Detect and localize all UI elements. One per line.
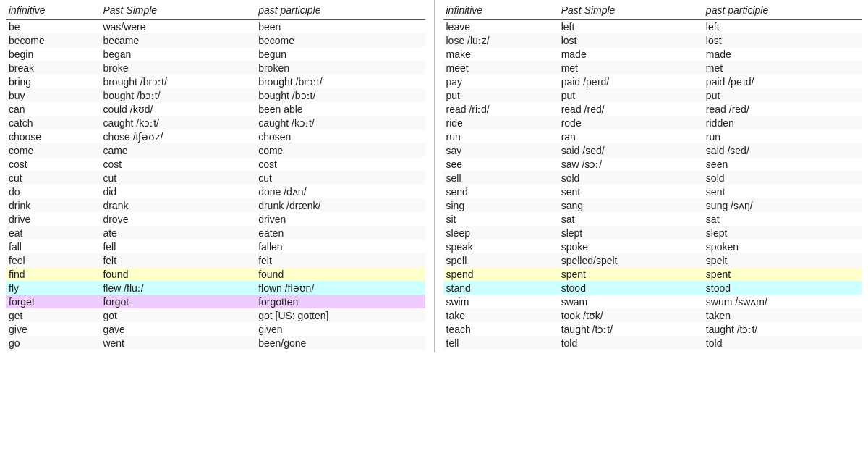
table-cell: bring [6,75,100,88]
table-cell: break [6,61,100,75]
table-cell: become [255,33,425,47]
table-cell: swim [443,295,558,308]
table-cell: left [558,20,703,34]
table-cell: drink [6,198,100,212]
table-cell: caught /kɔːt/ [255,116,425,130]
table-cell: ridden [703,116,862,130]
table-cell: said /sed/ [558,143,703,157]
table-cell: got [100,308,255,322]
table-cell: paid /peɪd/ [703,75,862,88]
table-cell: cut [100,171,255,185]
table-cell: bought /bɔːt/ [100,88,255,102]
table-cell: make [443,47,558,61]
table-cell: found [255,267,425,281]
left-table-container: infinitive Past Simple past participle b… [0,0,431,352]
table-cell: spend [443,267,558,281]
table-cell: bought /bɔːt/ [255,88,425,102]
table-cell: sent [558,185,703,198]
table-cell: put [703,88,862,102]
main-page: infinitive Past Simple past participle b… [0,0,868,352]
table-cell: ate [100,226,255,240]
table-cell: give [6,322,100,336]
table-row: flyflew /fluː/flown /fləʊn/ [6,281,425,295]
left-col3-header: past participle [255,3,425,20]
table-cell: sent [703,185,862,198]
table-cell: begin [6,47,100,61]
table-row: rideroderidden [443,116,863,130]
table-row: getgotgot [US: gotten] [6,308,425,322]
table-cell: pay [443,75,558,88]
table-cell: lose /luːz/ [443,33,558,47]
table-cell: chose /tʃəʊz/ [100,130,255,143]
right-irregular-verbs-table: infinitive Past Simple past participle l… [443,3,863,350]
table-cell: find [6,267,100,281]
table-cell: fell [100,240,255,253]
table-cell: spoke [558,240,703,253]
table-cell: rode [558,116,703,130]
table-cell: lost [703,33,862,47]
right-col3-header: past participle [703,3,862,20]
table-cell: go [6,336,100,350]
table-cell: made [558,47,703,61]
table-row: singsangsung /sʌŋ/ [443,198,863,212]
table-cell: spelt [703,253,862,267]
table-cell: given [255,322,425,336]
table-row: beginbeganbegun [6,47,425,61]
table-row: sendsentsent [443,185,863,198]
table-cell: see [443,157,558,171]
table-row: spendspentspent [443,267,863,281]
table-cell: been/gone [255,336,425,350]
table-cell: went [100,336,255,350]
table-cell: forget [6,295,100,308]
table-cell: stood [703,281,862,295]
table-row: swimswamswum /swʌm/ [443,295,863,308]
table-cell: tell [443,336,558,350]
table-cell: read /riːd/ [443,102,558,116]
table-cell: cost [100,157,255,171]
table-cell: met [703,61,862,75]
table-cell: broke [100,61,255,75]
table-cell: got [US: gotten] [255,308,425,322]
table-cell: take [443,308,558,322]
table-cell: caught /kɔːt/ [100,116,255,130]
table-cell: say [443,143,558,157]
table-cell: teach [443,322,558,336]
table-cell: told [703,336,862,350]
table-row: gowentbeen/gone [6,336,425,350]
table-cell: felt [100,253,255,267]
table-cell: run [703,130,862,143]
table-row: makemademade [443,47,863,61]
table-cell: leave [443,20,558,34]
table-cell: speak [443,240,558,253]
table-row: bringbrought /brɔːt/brought /brɔːt/ [6,75,425,88]
table-row: drinkdrankdrunk /drænk/ [6,198,425,212]
table-cell: come [255,143,425,157]
table-cell: taken [703,308,862,322]
table-cell: spent [558,267,703,281]
table-row: bewas/werebeen [6,20,425,34]
left-col2-header: Past Simple [100,3,255,20]
table-row: read /riːd/read /red/read /red/ [443,102,863,116]
table-row: lose /luːz/lostlost [443,33,863,47]
table-cell: sang [558,198,703,212]
table-row: dodiddone /dʌn/ [6,185,425,198]
table-cell: sold [558,171,703,185]
table-cell: lost [558,33,703,47]
table-cell: found [100,267,255,281]
table-row: buybought /bɔːt/bought /bɔːt/ [6,88,425,102]
table-cell: made [703,47,862,61]
table-cell: was/were [100,20,255,34]
table-cell: fly [6,281,100,295]
table-cell: slept [558,226,703,240]
table-cell: broken [255,61,425,75]
table-cell: come [6,143,100,157]
table-cell: gave [100,322,255,336]
table-cell: done /dʌn/ [255,185,425,198]
table-cell: get [6,308,100,322]
table-cell: eat [6,226,100,240]
table-cell: became [100,33,255,47]
table-cell: left [703,20,862,34]
table-cell: feel [6,253,100,267]
table-cell: spelled/spelt [558,253,703,267]
table-cell: cut [6,171,100,185]
